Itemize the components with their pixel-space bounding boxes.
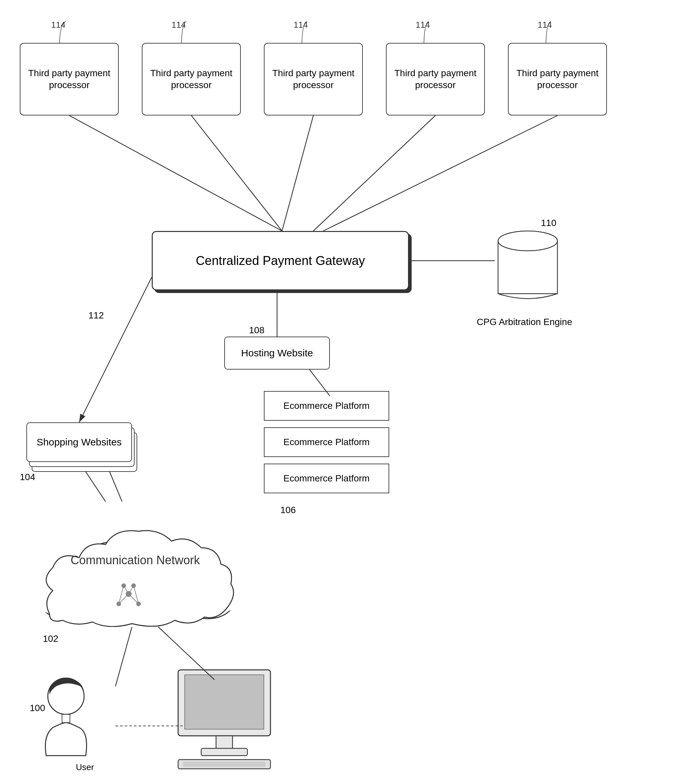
tpp-box-5: Third party payment processor (508, 43, 607, 115)
num-112-label: 112 (89, 310, 104, 321)
num-104-label: 104 (20, 472, 35, 483)
cpg-label: Centralized Payment Gateway (196, 254, 365, 268)
db-cylinder (495, 224, 561, 307)
ecom1-label: Ecommerce Platform (283, 400, 369, 411)
shopping-box: Shopping Websites (26, 422, 132, 462)
svg-rect-42 (201, 748, 247, 756)
user-label: User (76, 762, 94, 772)
tpp-box-2: Third party payment processor (142, 43, 241, 115)
svg-rect-40 (185, 675, 264, 729)
hosting-label: Hosting Website (241, 348, 313, 359)
svg-line-7 (79, 277, 152, 422)
svg-line-1 (191, 115, 282, 231)
ecom2-label: Ecommerce Platform (283, 437, 369, 448)
tpp-box-4: Third party payment processor (386, 43, 485, 115)
num-100-label: 100 (30, 703, 45, 713)
tpp3-num-label: 114 (294, 20, 308, 30)
tpp1-label: Third party payment processor (27, 67, 112, 91)
num-110-label: 110 (541, 218, 556, 228)
svg-line-4 (323, 115, 558, 231)
tpp-box-1: Third party payment processor (20, 43, 119, 115)
tpp4-label: Third party payment processor (393, 67, 477, 91)
tpp5-num-label: 114 (538, 20, 552, 30)
tpp-box-3: Third party payment processor (264, 43, 363, 115)
svg-line-3 (313, 115, 435, 231)
ecom-box-2: Ecommerce Platform (264, 427, 389, 457)
tpp3-label: Third party payment processor (271, 67, 355, 91)
ecom3-label: Ecommerce Platform (283, 473, 369, 484)
num-102-label: 102 (43, 634, 58, 644)
ecom-box-1: Ecommerce Platform (264, 391, 389, 421)
tpp1-num-label: 114 (51, 20, 65, 30)
svg-rect-41 (216, 736, 232, 749)
cpg-arbitration-label: CPG Arbitration Engine (475, 317, 574, 327)
shopping-label: Shopping Websites (36, 436, 122, 448)
svg-text:Communication Network: Communication Network (71, 553, 200, 567)
tpp4-num-label: 114 (416, 20, 430, 30)
num-106-label: 106 (280, 505, 296, 516)
tpp2-label: Third party payment processor (149, 67, 234, 91)
computer-svg (158, 667, 290, 772)
svg-point-16 (498, 231, 558, 251)
svg-rect-44 (183, 762, 265, 767)
num-108-label: 108 (249, 325, 265, 336)
hosting-box: Hosting Website (224, 336, 330, 370)
diagram-container: 114 114 114 114 114 Third party payment … (0, 0, 691, 784)
cloud-container: Communication Network (33, 502, 237, 627)
db-svg (495, 224, 561, 307)
svg-line-0 (69, 115, 282, 231)
computer-figure (158, 667, 290, 773)
svg-rect-38 (62, 714, 70, 723)
tpp2-num-label: 114 (171, 20, 186, 30)
cloud-svg: Communication Network (33, 502, 237, 627)
ecom-box-3: Ecommerce Platform (264, 464, 389, 493)
tpp5-label: Third party payment processor (515, 67, 600, 91)
cpg-box: Centralized Payment Gateway (152, 231, 409, 290)
svg-line-2 (282, 115, 313, 231)
